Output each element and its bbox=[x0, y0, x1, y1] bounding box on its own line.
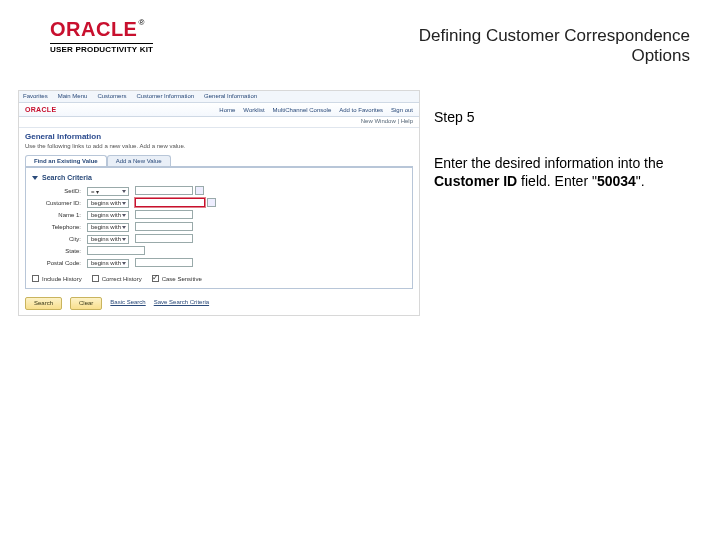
app-logo: ORACLE bbox=[25, 106, 56, 113]
telephone-input[interactable] bbox=[135, 222, 193, 231]
customer-id-input[interactable] bbox=[135, 198, 205, 207]
app-screenshot: Favorites Main Menu Customers Customer I… bbox=[18, 90, 420, 316]
city-input[interactable] bbox=[135, 234, 193, 243]
name1-input[interactable] bbox=[135, 210, 193, 219]
label-telephone: Telephone: bbox=[32, 221, 84, 233]
header-link[interactable]: Add to Favorites bbox=[339, 107, 383, 113]
value-bold: 50034 bbox=[597, 173, 636, 189]
trademark-symbol: ® bbox=[138, 18, 144, 27]
field-name1: Name 1: begins with bbox=[32, 209, 219, 221]
search-criteria-toggle[interactable]: Search Criteria bbox=[32, 174, 406, 181]
field-city: City: begins with bbox=[32, 233, 219, 245]
state-input[interactable] bbox=[87, 246, 145, 255]
nav-item[interactable]: Main Menu bbox=[58, 93, 88, 102]
tab-find-existing[interactable]: Find an Existing Value bbox=[25, 155, 107, 166]
search-form: SetID: = ▾ Customer ID: begins with Name… bbox=[32, 185, 219, 269]
postal-operator[interactable]: begins with bbox=[87, 259, 129, 268]
tab-add-new[interactable]: Add a New Value bbox=[107, 155, 171, 166]
options-row: Include History Correct History Case Sen… bbox=[32, 275, 406, 282]
customer-id-operator[interactable]: begins with bbox=[87, 199, 129, 208]
oracle-logo-block: ORACLE® USER PRODUCTIVITY KIT bbox=[50, 18, 153, 54]
app-header: ORACLE Home Worklist MultiChannel Consol… bbox=[19, 103, 419, 117]
save-search-link[interactable]: Save Search Criteria bbox=[154, 297, 209, 309]
label-postal: Postal Code: bbox=[32, 257, 84, 269]
slide-title: Defining Customer Correspondence Options bbox=[360, 26, 690, 66]
field-postal: Postal Code: begins with bbox=[32, 257, 219, 269]
city-operator[interactable]: begins with bbox=[87, 235, 129, 244]
nav-item[interactable]: Customer Information bbox=[136, 93, 194, 102]
label-name1: Name 1: bbox=[32, 209, 84, 221]
header-link[interactable]: Worklist bbox=[243, 107, 264, 113]
field-name-bold: Customer ID bbox=[434, 173, 517, 189]
label-city: City: bbox=[32, 233, 84, 245]
header-link[interactable]: Sign out bbox=[391, 107, 413, 113]
search-panel: Search Criteria SetID: = ▾ Customer ID: … bbox=[25, 166, 413, 289]
logo-subline: USER PRODUCTIVITY KIT bbox=[50, 43, 153, 54]
page-subtext: Use the following links to add a new val… bbox=[19, 143, 419, 153]
setid-input[interactable] bbox=[135, 186, 193, 195]
correct-history-check[interactable]: Correct History bbox=[92, 275, 142, 282]
chevron-down-icon bbox=[32, 176, 38, 180]
nav-item[interactable]: Favorites bbox=[23, 93, 48, 102]
header-link[interactable]: Home bbox=[219, 107, 235, 113]
new-window-help[interactable]: New Window | Help bbox=[19, 117, 419, 128]
nav-item[interactable]: General Information bbox=[204, 93, 257, 102]
lookup-icon[interactable] bbox=[207, 198, 216, 207]
step-instruction: Enter the desired information into the C… bbox=[434, 154, 676, 190]
lookup-icon[interactable] bbox=[195, 186, 204, 195]
include-history-check[interactable]: Include History bbox=[32, 275, 82, 282]
label-state: State: bbox=[32, 245, 84, 257]
header-link[interactable]: MultiChannel Console bbox=[273, 107, 332, 113]
page-title: General Information bbox=[19, 128, 419, 143]
label-setid: SetID: bbox=[32, 185, 84, 197]
name1-operator[interactable]: begins with bbox=[87, 211, 129, 220]
search-button[interactable]: Search bbox=[25, 297, 62, 309]
clear-button[interactable]: Clear bbox=[70, 297, 102, 309]
field-state: State: bbox=[32, 245, 219, 257]
basic-search-link[interactable]: Basic Search bbox=[110, 297, 145, 309]
step-label: Step 5 bbox=[434, 109, 474, 125]
button-row: Search Clear Basic Search Save Search Cr… bbox=[25, 297, 413, 309]
nav-breadcrumb: Favorites Main Menu Customers Customer I… bbox=[19, 91, 419, 103]
telephone-operator[interactable]: begins with bbox=[87, 223, 129, 232]
nav-item[interactable]: Customers bbox=[97, 93, 126, 102]
postal-input[interactable] bbox=[135, 258, 193, 267]
footer-links: Find an Existing Value · Add a New Value bbox=[19, 310, 419, 316]
field-setid: SetID: = ▾ bbox=[32, 185, 219, 197]
tabs: Find an Existing Value Add a New Value bbox=[25, 155, 413, 166]
case-sensitive-check[interactable]: Case Sensitive bbox=[152, 275, 202, 282]
setid-operator[interactable]: = ▾ bbox=[87, 187, 129, 196]
label-customer-id: Customer ID: bbox=[32, 197, 84, 209]
field-telephone: Telephone: begins with bbox=[32, 221, 219, 233]
field-customer-id: Customer ID: begins with bbox=[32, 197, 219, 209]
oracle-logo: ORACLE® bbox=[50, 18, 153, 41]
